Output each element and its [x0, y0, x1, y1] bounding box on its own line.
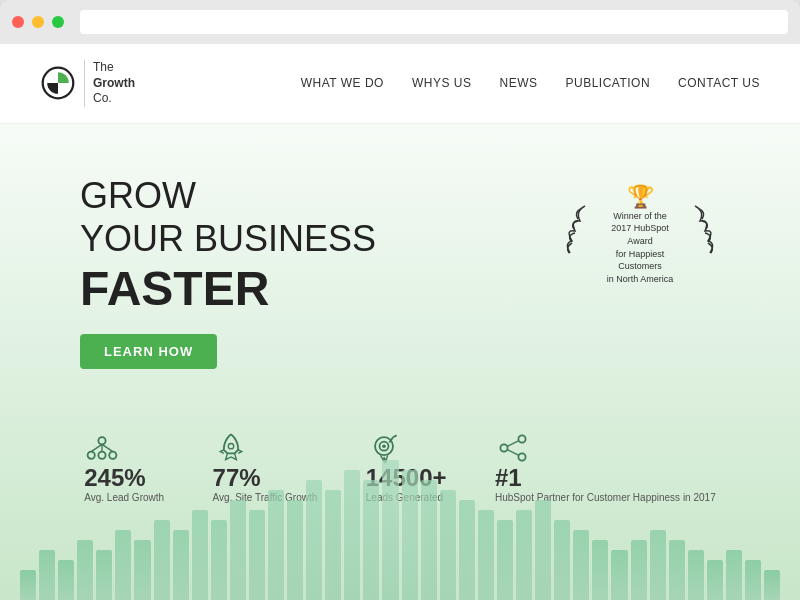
bar-28 — [554, 520, 570, 600]
bar-39 — [764, 570, 780, 600]
bar-20 — [402, 470, 418, 600]
browser-toolbar — [0, 0, 800, 44]
maximize-button[interactable] — [52, 16, 64, 28]
nav-news[interactable]: NEWS — [499, 76, 537, 90]
bar-25 — [497, 520, 513, 600]
bar-36 — [707, 560, 723, 600]
bar-34 — [669, 540, 685, 600]
logo-icon — [40, 65, 76, 101]
site-header: The Growth Co. WHAT WE DO WHYS US NEWS P… — [0, 44, 800, 124]
bar-6 — [134, 540, 150, 600]
bar-33 — [650, 530, 666, 600]
bar-18 — [363, 480, 379, 600]
bar-1 — [39, 550, 55, 600]
award-text: Winner of the 2017 HubSpot Award for Hap… — [594, 210, 686, 286]
stats-area: 245% Avg. Lead Growth 77% Avg — [0, 420, 800, 600]
minimize-button[interactable] — [32, 16, 44, 28]
bar-2 — [58, 560, 74, 600]
bar-10 — [211, 520, 227, 600]
bar-23 — [459, 500, 475, 600]
bar-21 — [421, 480, 437, 600]
main-nav: WHAT WE DO WHYS US NEWS PUBLICATION CONT… — [301, 76, 760, 90]
laurel-wreath: 🏆 Winner of the 2017 HubSpot Award for H… — [560, 184, 720, 286]
nav-publication[interactable]: PUBLICATION — [565, 76, 650, 90]
svg-line-13 — [393, 435, 397, 437]
learn-how-button[interactable]: LEARN HOW — [80, 334, 217, 369]
bar-37 — [726, 550, 742, 600]
nav-why-us[interactable]: WHYS US — [412, 76, 472, 90]
nav-contact-us[interactable]: CONTACT US — [678, 76, 760, 90]
website: The Growth Co. WHAT WE DO WHYS US NEWS P… — [0, 44, 800, 600]
laurel-right — [690, 201, 720, 269]
bar-4 — [96, 550, 112, 600]
bar-7 — [154, 520, 170, 600]
bar-31 — [611, 550, 627, 600]
browser-window: The Growth Co. WHAT WE DO WHYS US NEWS P… — [0, 0, 800, 600]
nav-what-we-do[interactable]: WHAT WE DO — [301, 76, 384, 90]
logo-text: The Growth Co. — [84, 60, 135, 107]
hero-title: GROW YOUR BUSINESS FASTER — [80, 174, 560, 317]
logo[interactable]: The Growth Co. — [40, 60, 135, 107]
bar-26 — [516, 510, 532, 600]
laurel-left — [560, 201, 590, 269]
bar-22 — [440, 490, 456, 600]
bar-29 — [573, 530, 589, 600]
bar-13 — [268, 490, 284, 600]
bar-35 — [688, 550, 704, 600]
bar-chart — [0, 440, 800, 600]
hero-section: GROW YOUR BUSINESS FASTER LEARN HOW 🏆 — [0, 124, 800, 370]
bar-11 — [230, 500, 246, 600]
url-bar[interactable] — [80, 10, 788, 34]
bar-0 — [20, 570, 36, 600]
browser-content: The Growth Co. WHAT WE DO WHYS US NEWS P… — [0, 44, 800, 600]
bar-27 — [535, 500, 551, 600]
bar-24 — [478, 510, 494, 600]
bar-15 — [306, 480, 322, 600]
close-button[interactable] — [12, 16, 24, 28]
bar-5 — [115, 530, 131, 600]
bar-38 — [745, 560, 761, 600]
hero-text: GROW YOUR BUSINESS FASTER LEARN HOW — [80, 174, 560, 370]
bar-12 — [249, 510, 265, 600]
bar-16 — [325, 490, 341, 600]
award-badge: 🏆 Winner of the 2017 HubSpot Award for H… — [560, 184, 720, 286]
bar-14 — [287, 500, 303, 600]
bar-3 — [77, 540, 93, 600]
bar-19 — [382, 460, 398, 600]
bar-17 — [344, 470, 360, 600]
bar-9 — [192, 510, 208, 600]
bar-32 — [631, 540, 647, 600]
bar-8 — [173, 530, 189, 600]
bar-30 — [592, 540, 608, 600]
